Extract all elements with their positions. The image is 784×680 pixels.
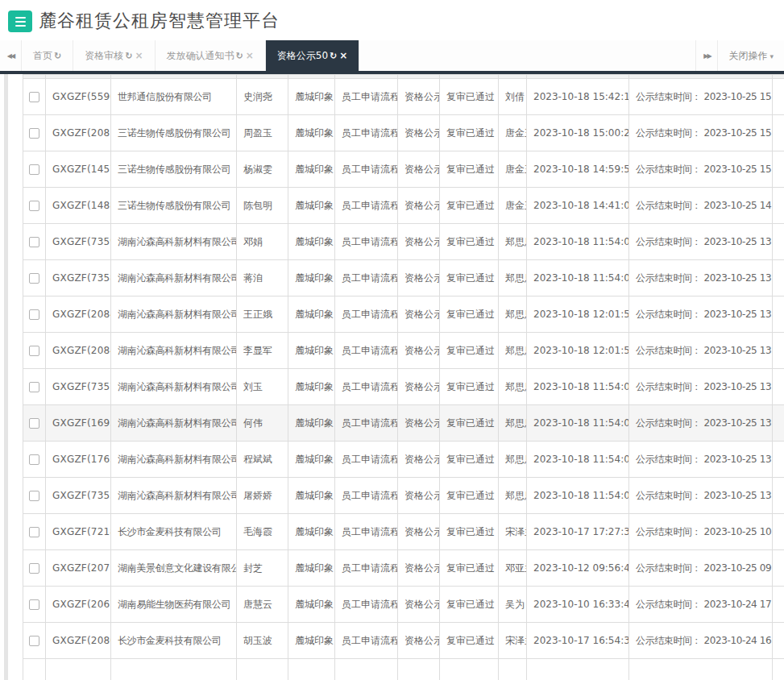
row-checkbox[interactable] [29,128,39,139]
row-review-status: 复审已通过 [440,623,499,659]
row-checkbox[interactable] [29,92,39,102]
hamburger-menu-button[interactable] [8,10,32,32]
row-company: 湖南美景创意文化建设有限公司 [111,550,237,587]
row-checkbox[interactable] [29,418,39,429]
row-company: 湖南沁森高科新材料有限公司 [111,296,237,333]
row-project: 麓城印象 [288,587,335,623]
row-publicity-end-time: 公示结束时间： 2023-10-25 13:27:11 [629,224,773,260]
row-publicity-end-time: 公示结束时间： 2023-10-25 15:50:18 [629,79,773,115]
row-person-name: 王正娥 [237,296,288,333]
row-apply-time: 2023-10-18 11:54:08 [527,405,629,442]
refresh-icon[interactable]: ↻ [125,51,132,61]
row-company: 湖南沁森高科新材料有限公司 [111,442,237,478]
row-code: GXGZF(7218) [46,514,111,550]
table-row: GXGZF(20806) 长沙市金麦科技有限公司 胡玉波 麓城印象 员工申请流程… [23,623,784,659]
row-action-cell [773,260,784,296]
row-action-cell [773,623,784,659]
table-row: GXGZF(20673) 湖南易能生物医药有限公司 唐慧云 麓城印象 员工申请流… [23,587,784,623]
row-publicity-end-time: 公示结束时间： 2023-10-25 13:15:19 [629,296,773,333]
close-operations-dropdown[interactable]: 关闭操作▾ [717,40,784,71]
row-person-name: 毛海霞 [237,514,288,550]
row-apply-time: 2023-10-18 12:01:52 [527,333,629,369]
row-publicity-end-time: 公示结束时间： 2023-10-25 15:08:29 [629,115,773,151]
row-status: 资格公示 [398,478,440,514]
row-company: 湖南沁森高科新材料有限公司 [111,369,237,405]
row-checkbox[interactable] [29,237,39,247]
row-checkbox[interactable] [29,164,39,175]
row-checkbox[interactable] [29,527,39,537]
tab-qualification-review[interactable]: 资格审核↻× [73,40,155,71]
row-project: 麓城印象 [288,224,335,260]
row-status: 资格公示 [398,405,440,442]
row-apply-time: 2023-10-18 15:42:15 [527,79,629,115]
row-reviewer: 唐金玉 [499,151,527,188]
row-person-name: 程斌斌 [237,442,288,478]
table-row: GXGZF(7357) 湖南沁森高科新材料有限公司 刘玉 麓城印象 员工申请流程… [23,369,784,405]
row-code: GXGZF(20673) [46,587,111,623]
page-title: 麓谷租赁公租房智慧管理平台 [39,0,280,40]
tabs-scroll-right-button[interactable]: ▶▶ [695,40,717,71]
table-row: GXGZF(17630) 湖南沁森高科新材料有限公司 程斌斌 麓城印象 员工申请… [23,442,784,478]
close-icon[interactable]: × [135,50,143,61]
row-code: GXGZF(20843) [46,296,111,333]
row-checkbox[interactable] [29,454,39,465]
row-person-name: 屠娇娇 [237,478,288,514]
row-checkbox-cell [23,188,46,224]
table-row: GXGZF(7359) 湖南沁森高科新材料有限公司 邓娟 麓城印象 员工申请流程… [23,224,784,260]
row-apply-time: 2023-10-10 16:33:42 [527,587,629,623]
row-status: 资格公示 [398,224,440,260]
row-checkbox[interactable] [29,382,39,392]
row-status: 资格公示 [398,550,440,587]
row-checkbox[interactable] [29,491,39,501]
row-code: GXGZF(14889) [46,188,111,224]
row-review-status: 复审已通过 [440,514,499,550]
row-status: 资格公示 [398,115,440,151]
table-row: GXGZF(20810) 三诺生物传感股份有限公司 周盈玉 麓城印象 员工申请流… [23,115,784,151]
row-review-status: 复审已通过 [440,151,499,188]
row-person-name: 李显军 [237,333,288,369]
table-row: GXGZF(7218) 长沙市金麦科技有限公司 毛海霞 麓城印象 员工申请流程 … [23,514,784,550]
tab-home[interactable]: 首页↻ [22,40,73,71]
row-publicity-end-time: 公示结束时间： 2023-10-24 16:57:58 [629,623,773,659]
row-status: 资格公示 [398,188,440,224]
row-publicity-end-time: 公示结束时间： 2023-10-25 13:05:32 [629,478,773,514]
refresh-icon[interactable]: ↻ [236,51,243,61]
row-checkbox[interactable] [29,636,39,646]
row-checkbox[interactable] [29,273,39,284]
row-apply-time: 2023-10-18 11:54:07 [527,478,629,514]
row-action-cell [773,369,784,405]
refresh-icon[interactable]: ↻ [330,51,337,61]
row-checkbox[interactable] [29,346,39,356]
tab-issue-confirmation-notice[interactable]: 发放确认通知书↻× [156,40,266,71]
close-icon[interactable]: × [246,50,254,61]
row-code: GXGZF(7355) [46,478,111,514]
row-company: 三诺生物传感股份有限公司 [111,115,237,151]
row-checkbox[interactable] [29,309,39,320]
row-checkbox[interactable] [29,201,39,211]
tab-qualification-publicity[interactable]: 资格公示50↻× [266,40,360,71]
qualification-table: GXGZF(5590) 世邦通信股份有限公司 史润尧 麓城印象 员工申请流程 资… [23,74,784,680]
refresh-icon[interactable]: ↻ [54,51,61,61]
row-person-name: 刘玉 [237,369,288,405]
row-person-name: 封芝 [237,550,288,587]
row-process: 员工申请流程 [335,79,398,115]
row-status: 资格公示 [398,79,440,115]
row-review-status: 复审已通过 [440,260,499,296]
close-icon[interactable]: × [339,50,347,61]
row-project: 麓城印象 [288,115,335,151]
row-checkbox-cell [23,369,46,405]
row-status: 资格公示 [398,623,440,659]
row-review-status: 复审已通过 [440,79,499,115]
row-project: 麓城印象 [288,188,335,224]
row-project: 麓城印象 [288,514,335,550]
tab-label: 资格审核 [85,50,123,61]
row-process: 员工申请流程 [335,224,398,260]
row-project: 麓城印象 [288,79,335,115]
row-checkbox-cell [23,224,46,260]
row-code: GXGZF(7358) [46,260,111,296]
row-checkbox[interactable] [29,599,39,610]
row-process: 员工申请流程 [335,151,398,188]
row-reviewer: 郑思思 [499,369,527,405]
row-checkbox[interactable] [29,563,39,574]
tabs-scroll-left-button[interactable]: ◀◀ [0,40,22,71]
